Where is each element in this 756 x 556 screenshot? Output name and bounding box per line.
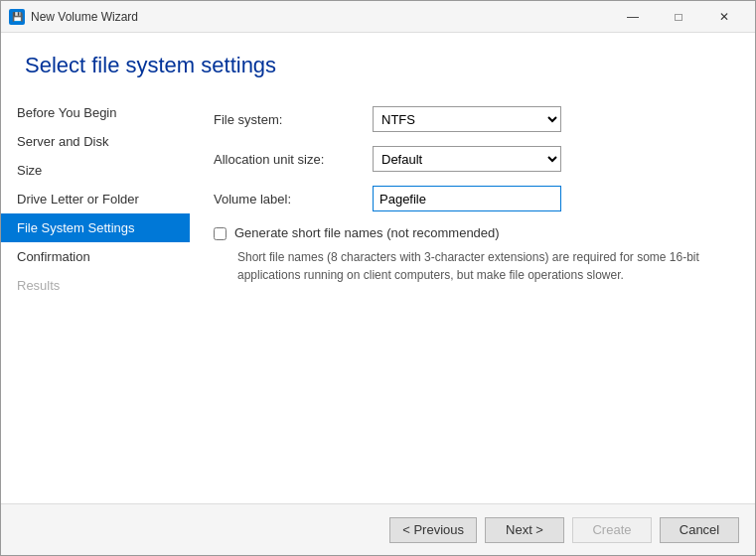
hint-text: Short file names (8 characters with 3-ch… [237,248,714,284]
cancel-button[interactable]: Cancel [660,517,739,543]
maximize-button[interactable]: □ [656,1,701,33]
create-button[interactable]: Create [572,517,652,543]
page-title: Select file system settings [1,33,755,90]
short-filenames-label[interactable]: Generate short file names (not recommend… [234,225,500,240]
window-controls: — □ ✕ [610,1,747,33]
main-window: 💾 New Volume Wizard — □ ✕ Select file sy… [0,0,756,556]
sidebar-item-results: Results [1,271,190,300]
short-filenames-row: Generate short file names (not recommend… [214,225,731,240]
allocation-select[interactable]: Default 512 1024 2048 4096 [373,146,561,172]
sidebar-item-confirmation[interactable]: Confirmation [1,242,190,271]
close-button[interactable]: ✕ [701,1,747,33]
sidebar: Before You Begin Server and Disk Size Dr… [1,90,190,503]
sidebar-item-before-you-begin[interactable]: Before You Begin [1,98,190,127]
content-area: Select file system settings Before You B… [1,33,755,503]
allocation-row: Allocation unit size: Default 512 1024 2… [214,146,731,172]
short-filenames-checkbox[interactable] [214,227,227,240]
sidebar-item-size[interactable]: Size [1,156,190,185]
allocation-label: Allocation unit size: [214,152,373,167]
file-system-label: File system: [214,112,373,127]
previous-button[interactable]: < Previous [389,517,477,543]
volume-label-input[interactable] [373,186,561,211]
volume-label-row: Volume label: [214,186,731,211]
sidebar-item-file-system-settings[interactable]: File System Settings [1,213,190,242]
form-area: File system: NTFS ReFS FAT32 exFAT Alloc… [190,90,755,503]
file-system-row: File system: NTFS ReFS FAT32 exFAT [214,106,731,132]
allocation-control: Default 512 1024 2048 4096 [373,146,561,172]
file-system-select[interactable]: NTFS ReFS FAT32 exFAT [373,106,561,132]
volume-label-label: Volume label: [214,192,373,207]
footer: < Previous Next > Create Cancel [1,503,755,555]
app-icon: 💾 [9,9,25,25]
next-button[interactable]: Next > [485,517,564,543]
volume-label-control [373,186,561,211]
minimize-button[interactable]: — [610,1,656,33]
main-content: Before You Begin Server and Disk Size Dr… [1,90,755,503]
sidebar-item-drive-letter[interactable]: Drive Letter or Folder [1,185,190,213]
sidebar-item-server-and-disk[interactable]: Server and Disk [1,127,190,156]
title-bar: 💾 New Volume Wizard — □ ✕ [1,1,755,33]
window-title: New Volume Wizard [31,10,610,24]
file-system-control: NTFS ReFS FAT32 exFAT [373,106,561,132]
